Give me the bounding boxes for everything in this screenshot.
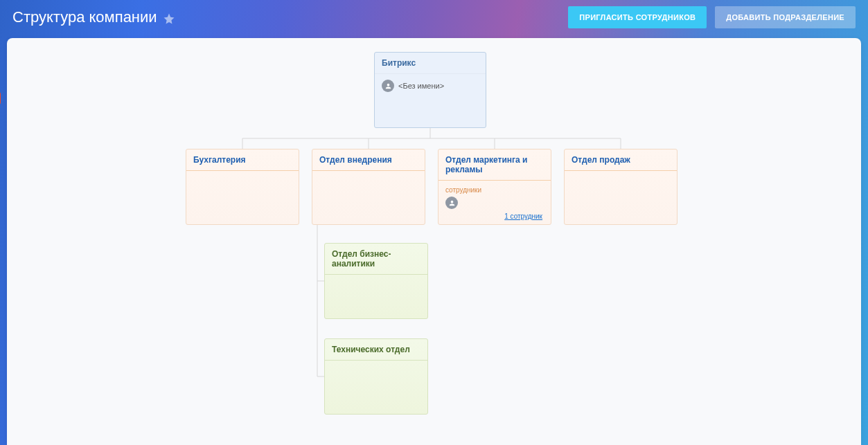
add-department-button[interactable]: ДОБАВИТЬ ПОДРАЗДЕЛЕНИЕ [715, 6, 856, 28]
invite-employees-button[interactable]: ПРИГЛАСИТЬ СОТРУДНИКОВ [568, 6, 707, 28]
page-header: Структура компании ПРИГЛАСИТЬ СОТРУДНИКО… [0, 0, 868, 35]
dept-accounting-node[interactable]: Бухгалтерия [186, 149, 299, 225]
dept-technical-node[interactable]: Технических отдел [324, 338, 428, 415]
dept-accounting-title[interactable]: Бухгалтерия [186, 149, 299, 171]
page-title: Структура компании [12, 8, 175, 26]
org-chart-workspace: Битрикс <Без имени> Бухгалтерия Отдел вн… [7, 38, 861, 445]
dept-marketing-title[interactable]: Отдел маркетинга и рекламы [439, 149, 551, 181]
dept-implementation-node[interactable]: Отдел внедрения [312, 149, 425, 225]
dept-sales-body [565, 171, 677, 219]
dept-business-analytics-body [325, 275, 427, 323]
dept-business-analytics-node[interactable]: Отдел бизнес-аналитики [324, 243, 428, 319]
dept-implementation-title[interactable]: Отдел внедрения [312, 149, 425, 171]
org-root-title[interactable]: Битрикс [375, 53, 486, 74]
dept-business-analytics-title[interactable]: Отдел бизнес-аналитики [325, 244, 427, 275]
page-root: Структура компании ПРИГЛАСИТЬ СОТРУДНИКО… [0, 0, 868, 445]
favorite-star-icon[interactable] [163, 11, 175, 24]
user-avatar-icon [382, 80, 394, 92]
org-root-head-name: <Без имени> [398, 82, 444, 90]
employee-avatar-icon[interactable] [445, 197, 458, 209]
dept-marketing-employee-count-link[interactable]: 1 сотрудник [504, 212, 542, 220]
org-root-body: <Без имени> [375, 74, 486, 122]
dept-sales-node[interactable]: Отдел продаж [564, 149, 677, 225]
org-root-node[interactable]: Битрикс <Без имени> [374, 52, 486, 128]
dept-implementation-body [312, 171, 425, 219]
dept-sales-title[interactable]: Отдел продаж [565, 149, 677, 171]
page-title-text: Структура компании [12, 8, 157, 26]
dept-accounting-body [186, 171, 299, 219]
dept-marketing-employees-label: сотрудники [445, 186, 544, 194]
dept-marketing-body: сотрудники [439, 181, 551, 229]
org-root-head-row[interactable]: <Без имени> [382, 80, 479, 92]
header-buttons: ПРИГЛАСИТЬ СОТРУДНИКОВ ДОБАВИТЬ ПОДРАЗДЕ… [568, 6, 856, 28]
dept-technical-title[interactable]: Технических отдел [325, 339, 427, 361]
dept-technical-body [325, 361, 427, 409]
left-edge-tab[interactable] [0, 92, 1, 105]
dept-marketing-node[interactable]: Отдел маркетинга и рекламы сотрудники 1 … [438, 149, 551, 225]
